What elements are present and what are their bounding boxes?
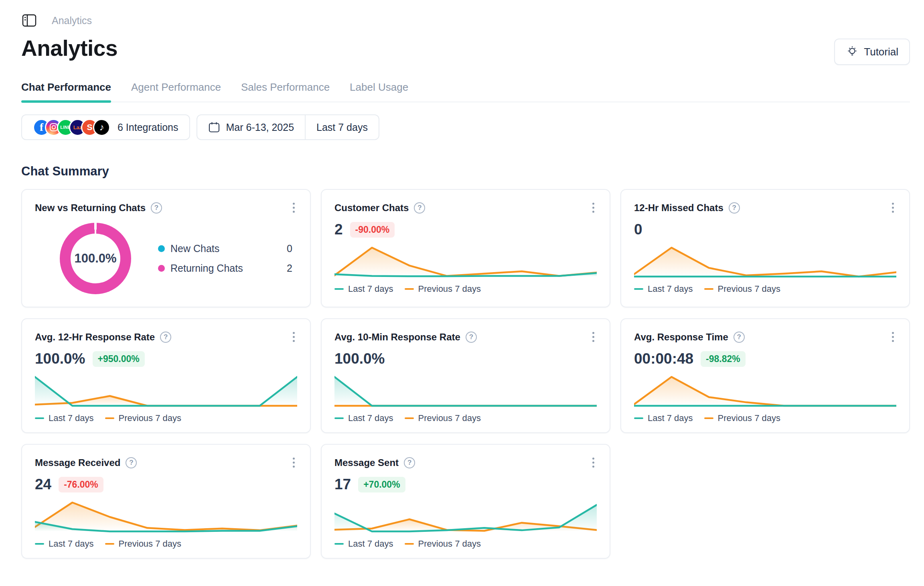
card-customer-chats: Customer Chats ? 2 -90.00% Last 7 days P… bbox=[321, 189, 610, 307]
kebab-menu-icon[interactable] bbox=[590, 455, 597, 470]
teal-dash-icon bbox=[35, 543, 44, 545]
line-chart bbox=[334, 501, 597, 533]
orange-dash-icon bbox=[105, 417, 114, 419]
date-range-label: Mar 6-13, 2025 bbox=[226, 122, 294, 133]
sidebar-toggle-icon[interactable] bbox=[21, 12, 37, 28]
kebab-menu-icon[interactable] bbox=[890, 330, 896, 344]
help-icon[interactable]: ? bbox=[126, 457, 137, 468]
change-badge: -90.00% bbox=[350, 222, 395, 238]
line-chart bbox=[634, 246, 896, 278]
change-badge: +70.00% bbox=[358, 477, 405, 492]
help-icon[interactable]: ? bbox=[160, 332, 171, 343]
legend-last-7-days[interactable]: Last 7 days bbox=[334, 413, 393, 423]
metric-value: 100.0% bbox=[35, 350, 85, 367]
legend-previous-7-days[interactable]: Previous 7 days bbox=[405, 413, 481, 423]
legend-previous-7-days[interactable]: Previous 7 days bbox=[704, 413, 781, 423]
teal-dash-icon bbox=[334, 288, 344, 290]
returning-chats-dot-icon bbox=[158, 265, 165, 272]
legend-last-7-days[interactable]: Last 7 days bbox=[334, 284, 393, 294]
page-title: Analytics bbox=[21, 35, 118, 61]
tab-agent-performance[interactable]: Agent Performance bbox=[131, 81, 221, 102]
card-avg-12hr-response-rate: Avg. 12-Hr Response Rate ? 100.0% +950.0… bbox=[21, 318, 311, 433]
empty-grid-cell bbox=[620, 444, 910, 559]
donut-chart: 100.0% bbox=[60, 223, 131, 294]
help-icon[interactable]: ? bbox=[734, 332, 745, 343]
card-new-vs-returning-chats: New vs Returning Chats ? 100.0% New Chat… bbox=[21, 189, 311, 307]
analytics-page: Analytics Analytics Tutorial Chat Perfor… bbox=[0, 0, 924, 559]
lightbulb-icon bbox=[846, 45, 859, 58]
legend-last-7-days[interactable]: Last 7 days bbox=[634, 413, 693, 423]
legend-item-new-chats[interactable]: New Chats 0 bbox=[158, 243, 292, 254]
metric-value: 100.0% bbox=[334, 350, 385, 367]
legend-last-7-days[interactable]: Last 7 days bbox=[35, 413, 94, 423]
card-title: Avg. Response Time bbox=[634, 332, 728, 343]
metric-value: 2 bbox=[334, 221, 343, 238]
metric-value: 17 bbox=[334, 476, 351, 493]
card-title: 12-Hr Missed Chats bbox=[634, 202, 723, 214]
integrations-filter[interactable]: f LINE Laz S ♪ 6 Integrations bbox=[21, 114, 190, 140]
orange-dash-icon bbox=[405, 288, 414, 290]
legend-item-returning-chats[interactable]: Returning Chats 2 bbox=[158, 262, 292, 274]
kebab-menu-icon[interactable] bbox=[590, 200, 597, 215]
kebab-menu-icon[interactable] bbox=[890, 200, 896, 215]
kebab-menu-icon[interactable] bbox=[590, 330, 597, 344]
help-icon[interactable]: ? bbox=[729, 202, 740, 214]
tab-bar: Chat Performance Agent Performance Sales… bbox=[21, 81, 910, 102]
orange-dash-icon bbox=[405, 417, 414, 419]
date-range-segment[interactable]: Mar 6-13, 2025 bbox=[197, 121, 305, 133]
teal-dash-icon bbox=[334, 417, 344, 419]
teal-dash-icon bbox=[334, 543, 344, 545]
legend-previous-7-days[interactable]: Previous 7 days bbox=[105, 413, 182, 423]
kebab-menu-icon[interactable] bbox=[290, 455, 297, 470]
kebab-menu-icon[interactable] bbox=[290, 200, 297, 215]
period-label: Last 7 days bbox=[316, 122, 368, 133]
breadcrumb[interactable]: Analytics bbox=[52, 15, 92, 26]
help-icon[interactable]: ? bbox=[151, 202, 162, 214]
line-chart bbox=[334, 375, 597, 407]
date-range-filter: Mar 6-13, 2025 Last 7 days bbox=[197, 114, 379, 140]
tab-label-usage[interactable]: Label Usage bbox=[350, 81, 408, 102]
help-icon[interactable]: ? bbox=[414, 202, 425, 214]
integration-icon-stack: f LINE Laz S ♪ bbox=[33, 119, 110, 136]
card-avg-10min-response-rate: Avg. 10-Min Response Rate ? 100.0% Last … bbox=[321, 318, 610, 433]
integrations-count-label: 6 Integrations bbox=[118, 122, 178, 133]
line-chart bbox=[634, 375, 896, 407]
kebab-menu-icon[interactable] bbox=[290, 330, 297, 344]
tutorial-button[interactable]: Tutorial bbox=[834, 39, 910, 65]
card-12hr-missed-chats: 12-Hr Missed Chats ? 0 Last 7 days Previ… bbox=[620, 189, 910, 307]
teal-dash-icon bbox=[634, 417, 643, 419]
help-icon[interactable]: ? bbox=[466, 332, 477, 343]
legend-value: 2 bbox=[287, 262, 292, 274]
legend-previous-7-days[interactable]: Previous 7 days bbox=[704, 284, 781, 294]
orange-dash-icon bbox=[405, 543, 414, 545]
change-badge: +950.00% bbox=[93, 351, 145, 367]
card-title: Message Sent bbox=[334, 457, 399, 468]
chat-summary-grid: New vs Returning Chats ? 100.0% New Chat… bbox=[21, 189, 910, 559]
legend-last-7-days[interactable]: Last 7 days bbox=[334, 539, 393, 549]
metric-value: 24 bbox=[35, 476, 51, 493]
legend-last-7-days[interactable]: Last 7 days bbox=[634, 284, 693, 294]
new-chats-dot-icon bbox=[158, 245, 165, 252]
calendar-icon bbox=[208, 121, 220, 133]
card-title: Avg. 12-Hr Response Rate bbox=[35, 332, 155, 343]
card-title: Customer Chats bbox=[334, 202, 409, 214]
title-row: Analytics Tutorial bbox=[21, 35, 910, 65]
line-chart bbox=[35, 501, 297, 533]
legend-previous-7-days[interactable]: Previous 7 days bbox=[405, 539, 481, 549]
tab-sales-performance[interactable]: Sales Performance bbox=[241, 81, 330, 102]
orange-dash-icon bbox=[704, 417, 713, 419]
metric-value: 0 bbox=[634, 221, 642, 238]
legend-previous-7-days[interactable]: Previous 7 days bbox=[405, 284, 481, 294]
help-icon[interactable]: ? bbox=[404, 457, 415, 468]
period-segment[interactable]: Last 7 days bbox=[306, 122, 379, 133]
legend-previous-7-days[interactable]: Previous 7 days bbox=[105, 539, 182, 549]
legend-last-7-days[interactable]: Last 7 days bbox=[35, 539, 94, 549]
orange-dash-icon bbox=[704, 288, 713, 290]
donut-legend: New Chats 0 Returning Chats 2 bbox=[158, 243, 292, 274]
tutorial-button-label: Tutorial bbox=[864, 46, 898, 58]
orange-dash-icon bbox=[105, 543, 114, 545]
teal-dash-icon bbox=[35, 417, 44, 419]
card-title: Message Received bbox=[35, 457, 120, 468]
tab-chat-performance[interactable]: Chat Performance bbox=[21, 81, 111, 102]
card-title: Avg. 10-Min Response Rate bbox=[334, 332, 460, 343]
